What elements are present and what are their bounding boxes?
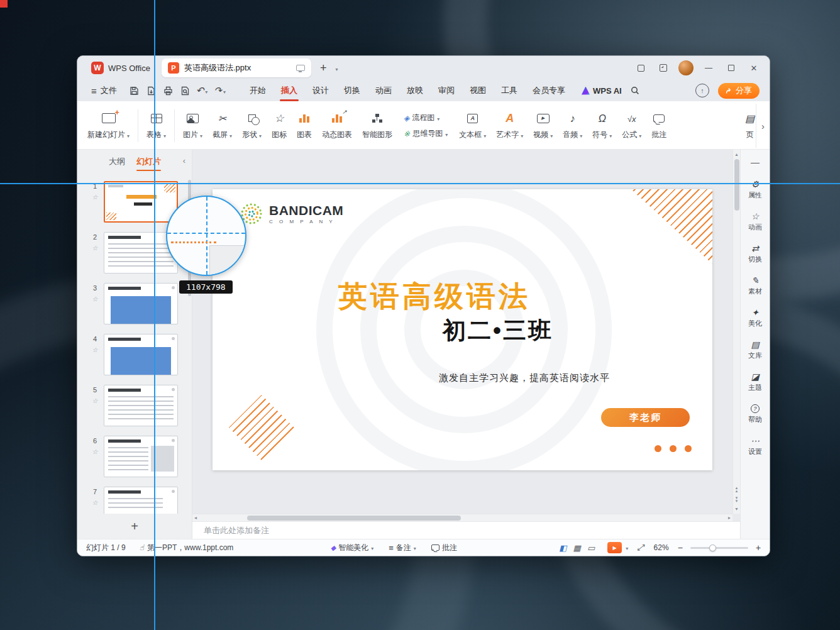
slide-sorter-view-button[interactable] [573,543,581,553]
sidebar-item-animation[interactable]: 动画 [741,206,770,238]
tab-review[interactable]: 审阅 [431,80,462,101]
chevron-down-icon[interactable] [335,62,338,74]
scroll-down-arrow[interactable]: ▾ [735,504,738,514]
tab-insert[interactable]: 插入 [274,80,305,101]
teacher-badge[interactable]: 李老师 [601,408,690,427]
integrations-button[interactable] [654,58,673,77]
ribbon-screenshot[interactable]: 截屏 [207,104,237,148]
slide-thumbnail-4[interactable]: 4 [89,334,192,375]
ribbon-smartart[interactable]: 智能图形 [357,104,397,148]
vertical-scrollbar[interactable]: ▴ ▾ [732,150,740,514]
account-button[interactable] [677,58,695,77]
save-icon[interactable] [130,86,139,96]
tab-layout-button[interactable] [631,58,650,77]
notes-pane[interactable]: 单击此处添加备注 [192,521,740,539]
ribbon-shapes[interactable]: 形状 [237,104,267,148]
next-slide-button[interactable] [736,494,738,504]
previous-slide-button[interactable] [736,484,738,494]
sidebar-item-transition[interactable]: 切换 [741,238,770,270]
sidebar-item-settings[interactable]: 设置 [741,430,770,462]
ribbon-textbox[interactable]: 文本框 [454,104,491,148]
ribbon-mindmap[interactable]: 思维导图 [404,128,448,139]
scroll-right-arrow[interactable]: ▸ [728,515,731,521]
ribbon-table[interactable]: 表格 [141,104,171,148]
sidebar-item-theme[interactable]: 主题 [741,366,770,398]
tab-slideshow[interactable]: 放映 [399,80,431,101]
thumbnail-preview[interactable] [104,436,178,477]
ribbon-comment[interactable]: 批注 [646,104,671,148]
cloud-sync-icon[interactable] [695,84,709,97]
tab-animation[interactable]: 动画 [368,80,399,101]
sidebar-item-properties[interactable]: 属性 [741,174,770,206]
tab-slides[interactable]: 幻灯片 [136,153,161,170]
ribbon-new-slide[interactable]: 新建幻灯片 [82,104,135,148]
sidebar-item-help[interactable]: 帮助 [741,398,770,430]
file-menu-button[interactable]: 文件 [87,85,121,96]
comments-button[interactable]: 批注 [431,543,457,553]
slide-thumbnail-7[interactable]: 7 [89,487,192,514]
document-tab[interactable]: P 英语高级语法.pptx [162,58,311,77]
zoom-slider[interactable] [690,547,748,549]
ribbon-symbol[interactable]: 符号 [587,104,617,148]
zoom-out-button[interactable] [678,543,683,553]
tab-membership[interactable]: 会员专享 [525,80,573,101]
chevron-down-icon[interactable] [205,86,207,96]
ribbon-page[interactable]: 页 [740,104,756,148]
smart-beautify-button[interactable]: 智能美化 [331,543,373,553]
thumbnail-preview[interactable] [104,334,178,375]
share-button[interactable]: 分享 [718,83,760,99]
sidebar-item-beautify[interactable]: 美化 [741,302,770,334]
scrollbar-thumb[interactable] [247,516,461,521]
app-tab-wps-office[interactable]: W WPS Office [84,62,158,74]
ribbon-flowchart[interactable]: 流程图 [404,113,448,123]
thumbnail-preview[interactable] [104,181,178,223]
fullscreen-icon[interactable] [637,543,643,553]
horizontal-scrollbar[interactable]: ◂ ▸ [192,514,732,521]
add-slide-button[interactable]: + [131,520,138,533]
slide-thumbnail-5[interactable]: 5 [89,385,192,426]
tab-tools[interactable]: 工具 [494,80,525,101]
close-button[interactable] [744,58,763,77]
zoom-level[interactable]: 62% [654,543,669,552]
new-tab-button[interactable]: + [315,62,332,74]
device-sync-icon[interactable] [296,65,305,71]
slide-subtitle[interactable]: 初二•三班 [443,315,553,346]
thumbnail-preview[interactable] [104,487,178,514]
print-icon[interactable] [163,86,173,96]
tab-view[interactable]: 视图 [462,80,494,101]
minimize-button[interactable] [699,58,718,77]
scroll-left-arrow[interactable]: ◂ [194,515,197,521]
slide-canvas[interactable]: BANDICAM C O M P A N Y 英语高级语法 初二•三班 激发自主… [192,150,740,521]
tab-outline[interactable]: 大纲 [109,153,125,170]
ribbon-dynamic-chart[interactable]: 动态图表 [317,104,357,148]
zoom-slider-thumb[interactable] [709,544,716,551]
collapse-panel-button[interactable]: ‹ [183,156,185,165]
redo-button[interactable] [214,85,226,96]
sidebar-item-library[interactable]: 文库 [741,334,770,366]
ribbon-chart[interactable]: 图表 [292,104,317,148]
tab-transition[interactable]: 切换 [336,80,368,101]
chevron-down-icon[interactable] [223,86,226,96]
slide-title[interactable]: 英语高级语法 [331,277,538,316]
normal-view-button[interactable] [559,543,566,553]
sidebar-item-assets[interactable]: 素材 [741,270,770,302]
wps-ai-button[interactable]: WPS AI [582,86,622,96]
slideshow-play-button[interactable] [607,542,622,553]
ribbon-audio[interactable]: 音频 [558,104,587,148]
slide-tagline[interactable]: 激发自主学习兴趣，提高英语阅读水平 [439,372,610,384]
slide-thumbnail-3[interactable]: 3 [89,283,192,324]
notes-button[interactable]: 备注 [389,543,416,553]
tab-design[interactable]: 设计 [305,80,336,101]
ribbon-icons[interactable]: 图标 [267,104,292,148]
maximize-button[interactable] [722,58,741,77]
slide-editor[interactable]: BANDICAM C O M P A N Y 英语高级语法 初二•三班 激发自主… [213,189,712,470]
ribbon-expand-button[interactable]: › [756,104,770,148]
zoom-in-button[interactable] [756,543,761,553]
search-button[interactable] [631,86,639,95]
thumbnail-preview[interactable] [104,385,178,426]
capture-magnifier[interactable] [166,196,246,276]
print-preview-icon[interactable] [180,86,190,96]
undo-button[interactable] [196,85,208,96]
tab-home[interactable]: 开始 [242,80,274,101]
ribbon-picture[interactable]: 图片 [178,104,207,148]
